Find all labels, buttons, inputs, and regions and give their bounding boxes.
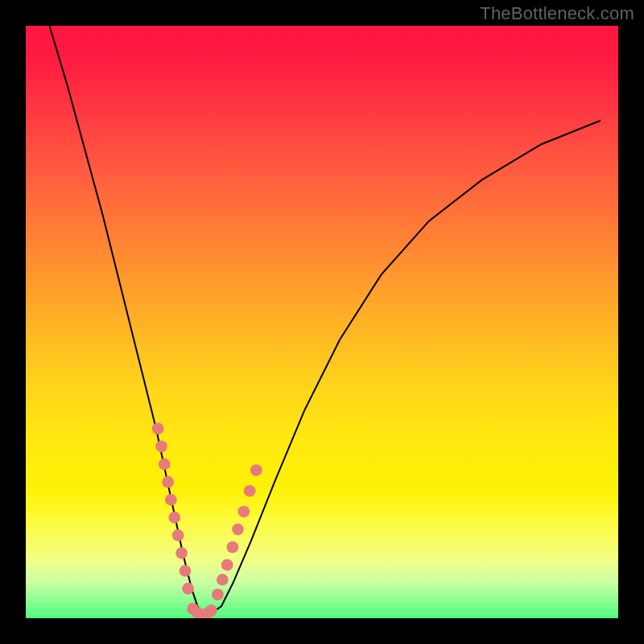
marker-dot bbox=[227, 541, 239, 553]
marker-dot bbox=[212, 588, 224, 601]
marker-dot bbox=[232, 523, 244, 535]
series-bottleneck-curve bbox=[49, 26, 600, 615]
marker-dot bbox=[221, 559, 233, 571]
marker-dot bbox=[152, 423, 164, 435]
chart-frame: TheBottleneck.com bbox=[0, 0, 644, 644]
series-group bbox=[49, 26, 600, 615]
marker-dot bbox=[237, 506, 250, 518]
marker-dot bbox=[159, 458, 171, 470]
marker-dot bbox=[244, 485, 256, 497]
watermark-text: TheBottleneck.com bbox=[480, 3, 634, 24]
marker-dot bbox=[175, 547, 188, 559]
marker-dot bbox=[162, 476, 174, 488]
plot-area bbox=[26, 26, 618, 618]
marker-dot bbox=[182, 583, 194, 595]
marker-dot bbox=[217, 574, 229, 586]
marker-dot bbox=[180, 565, 192, 577]
marker-dot bbox=[155, 440, 167, 452]
curve-layer bbox=[26, 26, 618, 618]
marker-dot bbox=[165, 493, 177, 506]
markers-group bbox=[152, 423, 262, 618]
marker-dot bbox=[172, 530, 184, 542]
marker-dot bbox=[168, 512, 180, 524]
marker-dot bbox=[205, 605, 217, 617]
marker-dot bbox=[250, 464, 262, 477]
